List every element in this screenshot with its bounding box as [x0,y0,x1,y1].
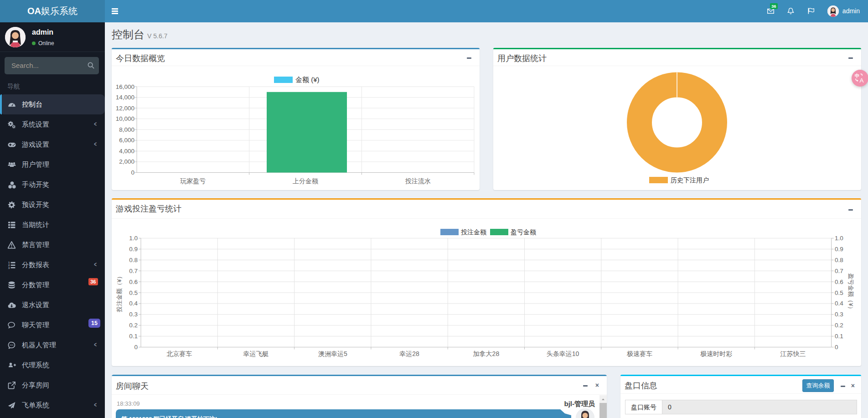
svg-text:投注金额: 投注金额 [461,228,486,236]
svg-text:幸运28: 幸运28 [399,350,419,357]
svg-text:加拿大28: 加拿大28 [473,350,500,357]
svg-text:投注流水: 投注流水 [405,177,431,185]
svg-text:0.7: 0.7 [835,268,843,274]
svg-text:头条幸运10: 头条幸运10 [547,350,579,357]
svg-text:0.3: 0.3 [129,311,138,318]
svg-text:10,000: 10,000 [116,115,134,122]
svg-text:4,000: 4,000 [119,148,134,155]
svg-text:14,000: 14,000 [116,94,134,101]
svg-text:0.9: 0.9 [129,246,138,253]
svg-text:0.2: 0.2 [129,322,138,329]
svg-text:3: 3 [8,267,10,269]
svg-text:16,000: 16,000 [116,83,134,90]
svg-text:中: 中 [855,73,860,78]
svg-text:江苏快三: 江苏快三 [780,350,806,357]
svg-text:6,000: 6,000 [119,137,134,144]
svg-text:金额 (¥): 金额 (¥) [295,76,320,83]
svg-text:极速时时彩: 极速时时彩 [700,350,732,357]
svg-text:北京赛车: 北京赛车 [166,350,192,357]
svg-text:1.0: 1.0 [129,235,138,242]
svg-text:8,000: 8,000 [119,126,134,133]
svg-text:0: 0 [134,344,138,351]
svg-text:0: 0 [131,169,134,176]
svg-text:0.8: 0.8 [835,257,843,263]
svg-text:0.7: 0.7 [129,268,138,274]
svg-text:0.5: 0.5 [835,289,843,296]
svg-text:2,000: 2,000 [119,158,134,165]
svg-text:0.9: 0.9 [835,246,843,253]
svg-text:0.2: 0.2 [835,322,843,329]
svg-text:盈亏金额（¥）: 盈亏金额（¥） [847,273,854,312]
svg-text:投注金额（¥）: 投注金额（¥） [116,273,123,312]
svg-text:极速赛车: 极速赛车 [626,350,652,357]
svg-text:上分金额: 上分金额 [293,177,318,185]
svg-text:0.3: 0.3 [835,311,843,318]
svg-text:澳洲幸运5: 澳洲幸运5 [318,350,347,357]
svg-text:盈亏金额: 盈亏金额 [511,228,536,236]
svg-text:12,000: 12,000 [116,105,134,112]
svg-text:0.8: 0.8 [129,257,138,263]
svg-text:0.4: 0.4 [835,300,843,307]
svg-text:A: A [860,77,864,84]
svg-text:0.1: 0.1 [129,333,138,340]
svg-text:1.0: 1.0 [835,235,843,242]
svg-text:0.1: 0.1 [835,333,843,340]
svg-text:玩家盈亏: 玩家盈亏 [180,177,206,185]
svg-text:0.6: 0.6 [129,279,138,285]
svg-text:0.6: 0.6 [835,279,843,285]
svg-text:历史下注用户: 历史下注用户 [671,176,709,184]
svg-text:幸运飞艇: 幸运飞艇 [243,350,269,357]
svg-text:0.4: 0.4 [129,300,138,307]
svg-text:0: 0 [835,344,838,351]
svg-text:0.5: 0.5 [129,289,138,296]
